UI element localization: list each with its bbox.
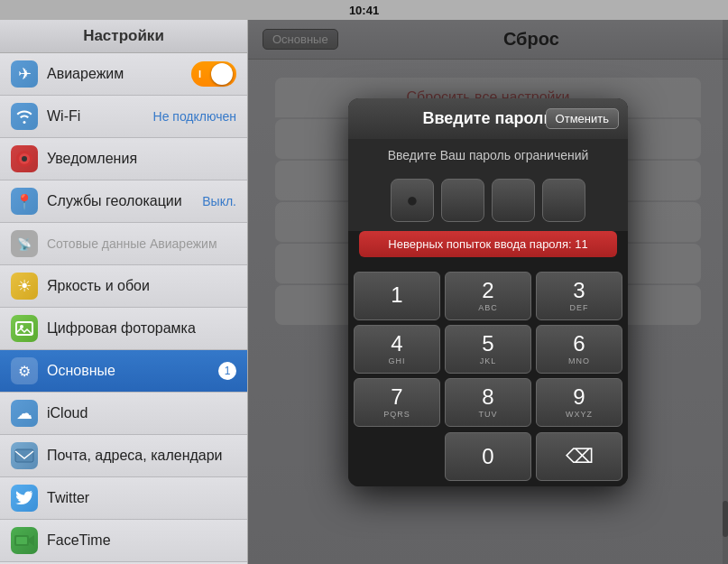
main-layout: Настройки ✈ Авиарежим I Wi-Fi Не подключ… (0, 20, 728, 564)
sidebar-item-location[interactable]: 📍 Службы геолокации Выкл. (0, 180, 247, 223)
general-icon: ⚙ (11, 357, 38, 384)
modal-prompt: Введите Ваш пароль ограничений (348, 139, 628, 170)
photo-label: Цифровая фоторамка (47, 320, 236, 337)
pin-dot-1 (391, 179, 434, 222)
cellular-label: Сотовые данные Авиарежим (47, 236, 236, 251)
sidebar-item-photo[interactable]: Цифровая фоторамка (0, 308, 247, 350)
svg-rect-7 (16, 537, 27, 544)
location-status: Выкл. (202, 194, 236, 208)
facetime-label: FaceTime (47, 532, 236, 549)
content-area: Основные Сброс Сбросить все настройки и … (248, 20, 728, 564)
sidebar-title: Настройки (83, 27, 164, 44)
sidebar-item-notifications[interactable]: Уведомления (0, 138, 247, 180)
twitter-icon (11, 485, 38, 512)
notifications-label: Уведомления (47, 151, 236, 167)
key-0[interactable]: 0 (445, 432, 531, 481)
pin-dot-3 (492, 179, 535, 222)
wifi-status: Не подключен (153, 109, 236, 124)
general-label: Основные (47, 363, 218, 379)
key-5[interactable]: 5 JKL (445, 325, 531, 374)
wifi-icon (11, 103, 38, 130)
location-icon: 📍 (11, 188, 38, 215)
error-message: Неверных попыток ввода пароля: 11 (359, 231, 617, 257)
brightness-label: Яркость и обои (47, 278, 236, 294)
key-empty (354, 432, 440, 481)
cellular-icon: 📡 (11, 230, 38, 257)
modal-cancel-button[interactable]: Отменить (546, 108, 619, 129)
sidebar-item-mail[interactable]: Почта, адреса, календари (0, 435, 247, 477)
twitter-label: Twitter (47, 490, 236, 506)
pin-dot-4 (542, 179, 585, 222)
airplane-icon: ✈ (11, 60, 38, 88)
pin-dots (348, 170, 628, 231)
keypad: 1 2 ABC 3 DEF 4 GHI (348, 266, 628, 432)
sidebar-item-icloud[interactable]: ☁ iCloud (0, 393, 247, 435)
mail-label: Почта, адреса, календари (47, 448, 236, 464)
sidebar-item-wifi[interactable]: Wi-Fi Не подключен (0, 96, 247, 138)
key-delete[interactable]: ⌫ (536, 432, 622, 481)
location-label: Службы геолокации (47, 193, 197, 209)
mail-icon (11, 442, 38, 469)
delete-icon: ⌫ (566, 445, 594, 468)
modal-header: Введите пароль Отменить (348, 98, 628, 139)
key-8[interactable]: 8 TUV (445, 378, 531, 427)
key-3[interactable]: 3 DEF (536, 272, 622, 320)
status-bar: 10:41 (0, 0, 728, 20)
sidebar-item-cellular: 📡 Сотовые данные Авиарежим (0, 223, 247, 265)
keypad-bottom-row: 0 ⌫ (348, 432, 628, 486)
notification-icon (11, 145, 38, 172)
key-2[interactable]: 2 ABC (445, 272, 531, 320)
status-time: 10:41 (349, 4, 379, 17)
sidebar: Настройки ✈ Авиарежим I Wi-Fi Не подключ… (0, 20, 248, 564)
sidebar-item-brightness[interactable]: ☀ Яркость и обои (0, 265, 247, 308)
svg-rect-5 (15, 449, 33, 462)
facetime-icon (11, 527, 38, 554)
airplane-label: Авиарежим (47, 66, 191, 82)
key-6[interactable]: 6 MNO (536, 325, 622, 374)
sidebar-item-general[interactable]: ⚙ Основные 1 (0, 350, 247, 393)
password-modal: Введите пароль Отменить Введите Ваш паро… (348, 98, 628, 486)
sidebar-item-twitter[interactable]: Twitter (0, 477, 247, 520)
key-7[interactable]: 7 PQRS (354, 378, 440, 427)
sidebar-header: Настройки (0, 20, 247, 53)
key-4[interactable]: 4 GHI (354, 325, 440, 374)
brightness-icon: ☀ (11, 273, 38, 300)
photo-icon (11, 315, 38, 342)
airplane-toggle[interactable]: I (191, 61, 236, 87)
sidebar-item-airplane[interactable]: ✈ Авиарежим I (0, 53, 247, 96)
key-9[interactable]: 9 WXYZ (536, 378, 622, 427)
general-badge: 1 (218, 362, 236, 380)
icloud-icon: ☁ (11, 400, 38, 427)
svg-point-2 (22, 156, 27, 162)
key-1[interactable]: 1 (354, 272, 440, 320)
pin-dot-2 (441, 179, 484, 222)
wifi-label: Wi-Fi (47, 108, 148, 125)
icloud-label: iCloud (47, 405, 236, 421)
sidebar-item-facetime[interactable]: FaceTime (0, 520, 247, 562)
modal-overlay: Введите пароль Отменить Введите Ваш паро… (248, 20, 728, 564)
